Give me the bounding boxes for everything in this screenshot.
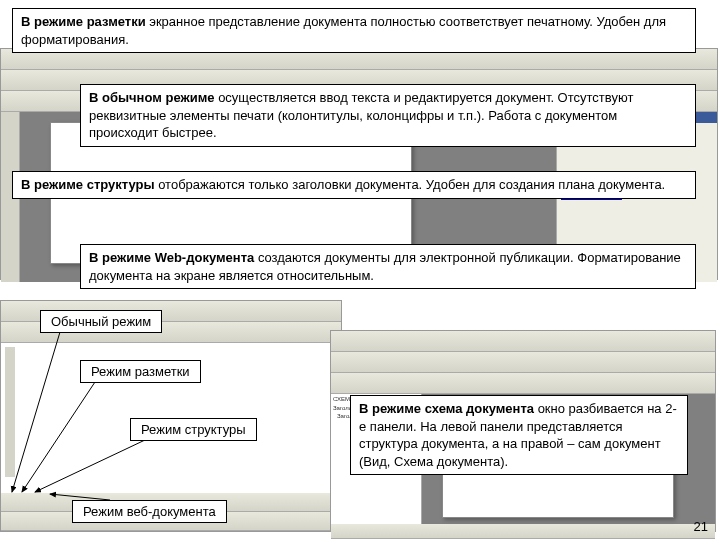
callout-outline-mode: В режиме структуры отображаются только з… <box>12 171 696 199</box>
page-number: 21 <box>694 519 708 534</box>
callout-text: отображаются только заголовки документа.… <box>155 177 666 192</box>
callout-bold: В режиме Web-документа <box>89 250 254 265</box>
callout-web-mode: В режиме Web-документа создаются докумен… <box>80 244 696 289</box>
label-outline-mode: Режим структуры <box>130 418 257 441</box>
label-layout-mode: Режим разметки <box>80 360 201 383</box>
callout-normal-mode: В обычном режиме осуществляется ввод тек… <box>80 84 696 147</box>
callout-layout-mode: В режиме разметки экранное представление… <box>12 8 696 53</box>
callout-scheme-mode: В режиме схема документа окно разбиваетс… <box>350 395 688 475</box>
callout-bold: В режиме структуры <box>21 177 155 192</box>
callout-bold: В режиме разметки <box>21 14 146 29</box>
label-normal-mode: Обычный режим <box>40 310 162 333</box>
callout-bold: В обычном режиме <box>89 90 215 105</box>
callout-bold: В режиме схема документа <box>359 401 534 416</box>
word-window-bg-2 <box>0 300 342 532</box>
label-web-mode: Режим веб-документа <box>72 500 227 523</box>
